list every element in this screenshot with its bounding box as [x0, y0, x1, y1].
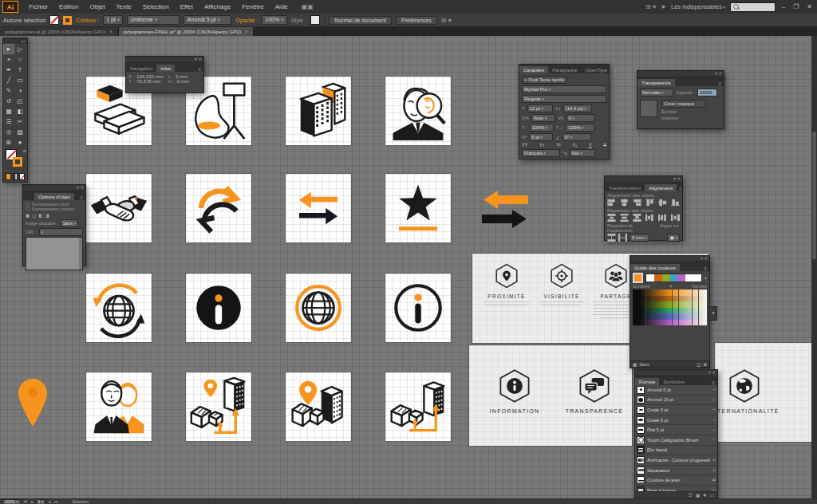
type-tool[interactable]: T: [14, 65, 26, 75]
variation-dropdown-icon[interactable]: ▾: [669, 283, 672, 289]
vertical-scale-field[interactable]: 100%: [530, 124, 554, 132]
lasso-tool[interactable]: ○: [14, 54, 26, 65]
pictogram-tile[interactable]: [286, 174, 351, 242]
color-ramp-row[interactable]: [633, 308, 707, 314]
opacity-field[interactable]: 100%: [262, 15, 286, 25]
workspace-grid-icon[interactable]: ⊞ ▾: [645, 3, 656, 10]
rotate-tool[interactable]: ↺: [3, 96, 14, 106]
artboard-nav-field[interactable]: 1: [36, 499, 46, 504]
menu-fichier[interactable]: Fichier: [23, 3, 53, 10]
clip-checkbox[interactable]: Écrêter: [661, 109, 706, 114]
palette-collapse-bar[interactable]: ««: [3, 38, 27, 44]
perspective-grid-tool[interactable]: ✂: [14, 116, 26, 127]
blend-mode-dropdown[interactable]: Normale: [640, 89, 673, 96]
panel-collapse-bar[interactable]: ▾ ✕: [630, 256, 709, 262]
brush-row[interactable]: Séparateur≈: [635, 466, 717, 476]
tracking-field[interactable]: 0: [566, 114, 595, 122]
language-dropdown[interactable]: Français: [522, 149, 560, 157]
panel-menu-icon[interactable]: ≡: [77, 195, 85, 200]
color-ramp-row[interactable]: [633, 296, 707, 302]
tab-infos[interactable]: Infos: [156, 65, 175, 72]
panel-menu-icon[interactable]: ≡: [716, 81, 724, 86]
tab-opentype[interactable]: OpenType: [582, 66, 612, 73]
harmony-swatch[interactable]: [677, 274, 685, 282]
kerning-field[interactable]: Auto: [531, 114, 555, 122]
harmony-swatch[interactable]: [646, 274, 654, 282]
align-h-center-button[interactable]: [620, 199, 629, 207]
small-caps-button[interactable]: Tᴛ: [539, 143, 544, 148]
spacing-value-field[interactable]: 0 mm: [630, 234, 649, 242]
no-center-marker-icon[interactable]: ▢: [32, 213, 36, 218]
panel-menu-icon[interactable]: ≡: [677, 187, 685, 191]
floating-orange-pin[interactable]: [18, 378, 48, 431]
distribute-right-button[interactable]: [671, 214, 680, 222]
menu-affichage[interactable]: Affichage: [199, 3, 236, 10]
stroke-profile-dropdown[interactable]: Uniforme: [127, 15, 180, 25]
rotation-field[interactable]: 0°: [562, 133, 591, 141]
menu-fenetre[interactable]: Fenêtre: [236, 3, 270, 10]
subscript-button[interactable]: T₁: [573, 143, 578, 148]
tab-navigation[interactable]: Navigation: [126, 65, 156, 72]
menu-texte[interactable]: Texte: [111, 3, 137, 10]
leading-field[interactable]: (14,4 pt): [563, 104, 592, 112]
doc-tab-pictogrammes-final[interactable]: pictogrammes-FINAL.ai* @ 200% (CMJN/Aper…: [119, 27, 255, 36]
harmony-dropdown-icon[interactable]: ▾: [705, 275, 707, 281]
edit-colors-icon[interactable]: ◱: [697, 362, 701, 367]
brush-row[interactable]: Plat 5 pt~: [635, 425, 717, 435]
pictogram-tile[interactable]: [385, 77, 451, 145]
window-restore-button[interactable]: ❐: [791, 3, 800, 10]
distribute-top-button[interactable]: [607, 214, 616, 222]
panel-collapse-bar[interactable]: ▾ ✕: [23, 185, 85, 191]
panel-collapse-bar[interactable]: ▾ ✕: [635, 370, 717, 376]
shape-builder-tool[interactable]: ☰: [3, 116, 14, 127]
harmony-swatch[interactable]: [685, 274, 701, 282]
magic-wand-tool[interactable]: ⌖: [3, 54, 14, 65]
floating-exchange-arrows[interactable]: [477, 190, 533, 236]
color-variation-grid[interactable]: [633, 289, 707, 325]
horizontal-scale-field[interactable]: 100%: [566, 124, 594, 132]
color-ramp-row[interactable]: [633, 313, 707, 320]
pictogram-tile[interactable]: [286, 274, 351, 342]
baseline-shift-field[interactable]: 0 pt: [529, 133, 553, 141]
pictogram-tile[interactable]: [86, 274, 152, 342]
eyedropper-tool[interactable]: ⊞: [3, 137, 14, 148]
arrange-documents-icon-2[interactable]: ▣: [307, 3, 314, 10]
font-size-field[interactable]: 12 pt: [527, 104, 553, 112]
overprint-stroke-checkbox[interactable]: ☐: [26, 207, 30, 211]
distribute-h-space-button[interactable]: [618, 234, 627, 242]
tab-transparence[interactable]: Transparence: [637, 79, 675, 86]
brush-row[interactable]: Arrondi 15 pt~: [635, 396, 717, 406]
swap-fill-stroke-icon[interactable]: ⇄: [23, 148, 26, 153]
tab-options-objet[interactable]: Options d'objet: [34, 193, 74, 200]
tab-guide-des-couleurs[interactable]: Guide des couleurs: [630, 264, 680, 271]
hex-card-information[interactable]: INFORMATION: [483, 368, 547, 414]
distribute-v-space-button[interactable]: [607, 234, 616, 242]
pictogram-tile[interactable]: [286, 77, 351, 145]
align-v-center-button[interactable]: [658, 199, 667, 207]
panel-menu-icon[interactable]: ≡: [611, 69, 619, 73]
pictogram-tile[interactable]: [385, 274, 451, 342]
blend-tool[interactable]: ●: [14, 137, 26, 148]
direct-selection-tool[interactable]: ▷: [14, 44, 26, 54]
gradient-tool[interactable]: ▨: [14, 127, 26, 137]
prev-artboard-icon[interactable]: ◂: [30, 499, 33, 504]
harmony-swatch[interactable]: [670, 274, 678, 282]
tab-formes[interactable]: Formes: [635, 378, 659, 385]
font-style-dropdown[interactable]: Regular: [522, 95, 606, 103]
tab-paragraphe[interactable]: Paragraphe: [548, 66, 581, 73]
url-field[interactable]: [39, 228, 83, 236]
distribute-h-center-button[interactable]: [658, 214, 667, 222]
pictogram-tile[interactable]: [186, 274, 251, 342]
harmony-swatch[interactable]: [654, 274, 662, 282]
limit-colors-icon[interactable]: ▦: [633, 362, 637, 367]
mesh-tool[interactable]: ◎: [3, 127, 14, 137]
tab-transformation[interactable]: Transformation: [605, 184, 645, 191]
align-right-button[interactable]: [633, 199, 641, 207]
panel-collapse-bar[interactable]: ▾ ✕: [605, 176, 682, 183]
pictogram-tile[interactable]: [385, 372, 451, 441]
brush-row[interactable]: Touch Calligraphic Brush~: [635, 435, 717, 446]
panel-menu-icon[interactable]: ≡: [701, 266, 709, 271]
tab-caractere[interactable]: Caractère: [519, 66, 548, 73]
all-caps-button[interactable]: TT: [522, 143, 527, 148]
distribute-bottom-button[interactable]: [633, 214, 641, 222]
